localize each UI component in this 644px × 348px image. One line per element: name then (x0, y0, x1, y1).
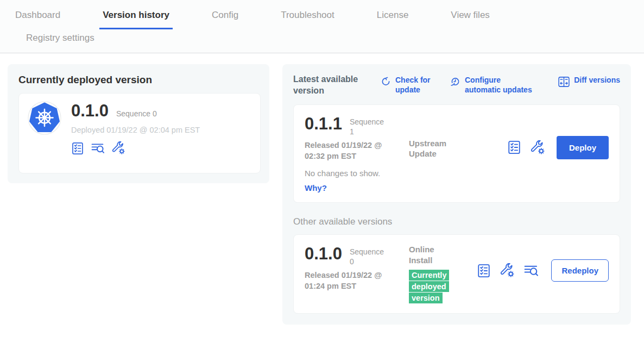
latest-source-label: Upstream Update (409, 138, 465, 159)
no-changes-text: No changes to show. (305, 169, 409, 178)
latest-released-timestamp: Released 01/19/22 @ 02:32 pm EST (305, 140, 403, 161)
other-version-actions: Redeploy (477, 259, 609, 282)
configure-automatic-updates-link[interactable]: Configure automatic updates (450, 76, 536, 95)
deploy-button[interactable]: Deploy (557, 136, 609, 159)
edit-config-icon[interactable] (531, 140, 545, 155)
tab-registry-settings[interactable]: Registry settings (23, 31, 98, 45)
tab-dashboard[interactable]: Dashboard (12, 8, 64, 29)
tab-config[interactable]: Config (209, 8, 242, 29)
other-version-row: 0.1.0 Sequence 0 Released 01/19/22 @ 01:… (293, 234, 620, 314)
currently-deployed-title: Currently deployed version (18, 74, 261, 86)
latest-version-actions: Deploy (507, 136, 609, 159)
kubernetes-app-logo (28, 101, 61, 137)
check-for-update-link[interactable]: Check for update (380, 76, 434, 95)
deployed-version-details: 0.1.0 Sequence 0 Deployed 01/19/22 @ 02:… (71, 101, 200, 155)
latest-sequence-label: Sequence 1 (350, 117, 390, 136)
preflight-checks-icon[interactable] (507, 140, 521, 154)
currently-deployed-card: Currently deployed version (8, 64, 269, 183)
tab-version-history[interactable]: Version history (99, 8, 173, 29)
primary-tab-row: Dashboard Version history Config Trouble… (12, 8, 644, 29)
latest-version-row: 0.1.1 Sequence 1 Released 01/19/22 @ 02:… (293, 104, 620, 203)
latest-version-details: 0.1.1 Sequence 1 Released 01/19/22 @ 02:… (305, 114, 409, 194)
latest-available-title: Latest available version (293, 74, 365, 97)
deployed-actions (71, 141, 200, 155)
deploy-logs-icon[interactable] (524, 263, 539, 278)
refresh-icon (380, 76, 392, 87)
top-nav: Dashboard Version history Config Trouble… (0, 0, 644, 53)
redeploy-button[interactable]: Redeploy (551, 259, 609, 282)
preflight-checks-icon[interactable] (71, 142, 84, 155)
deploy-logs-icon[interactable] (91, 141, 105, 155)
deployed-sequence-label: Sequence 0 (116, 109, 157, 118)
other-version-number: 0.1.0 (305, 244, 342, 264)
deployed-version-number: 0.1.0 (71, 101, 109, 121)
tab-view-files[interactable]: View files (447, 8, 493, 29)
other-version-details: 0.1.0 Sequence 0 Released 01/19/22 @ 01:… (305, 244, 409, 292)
tab-troubleshoot[interactable]: Troubleshoot (277, 8, 338, 29)
edit-config-icon[interactable] (112, 141, 125, 155)
other-released-timestamp: Released 01/19/22 @ 01:24 pm EST (305, 270, 403, 291)
why-link[interactable]: Why? (305, 183, 327, 192)
other-sequence-label: Sequence 0 (350, 247, 390, 266)
other-versions-heading: Other available versions (293, 216, 620, 227)
deployed-version-panel: 0.1.0 Sequence 0 Deployed 01/19/22 @ 02:… (18, 93, 261, 173)
preflight-checks-icon[interactable] (477, 264, 491, 278)
available-versions-card: Latest available version Check for updat… (282, 64, 631, 325)
diff-icon (558, 76, 570, 88)
currently-deployed-badge: Currently deployed version (409, 270, 457, 304)
version-history-page: Currently deployed version (0, 53, 644, 325)
edit-config-icon[interactable] (500, 263, 515, 278)
available-versions-header: Latest available version Check for updat… (293, 74, 620, 97)
other-source-label: Online Install Currently deployed versio… (409, 244, 465, 304)
tab-license[interactable]: License (374, 8, 412, 29)
secondary-tab-row: Registry settings (12, 29, 644, 53)
deployed-timestamp: Deployed 01/19/22 @ 02:04 pm EST (71, 126, 200, 134)
schedule-icon (450, 76, 461, 87)
diff-versions-link[interactable]: Diff versions (558, 76, 620, 88)
latest-version-number: 0.1.1 (305, 114, 342, 134)
